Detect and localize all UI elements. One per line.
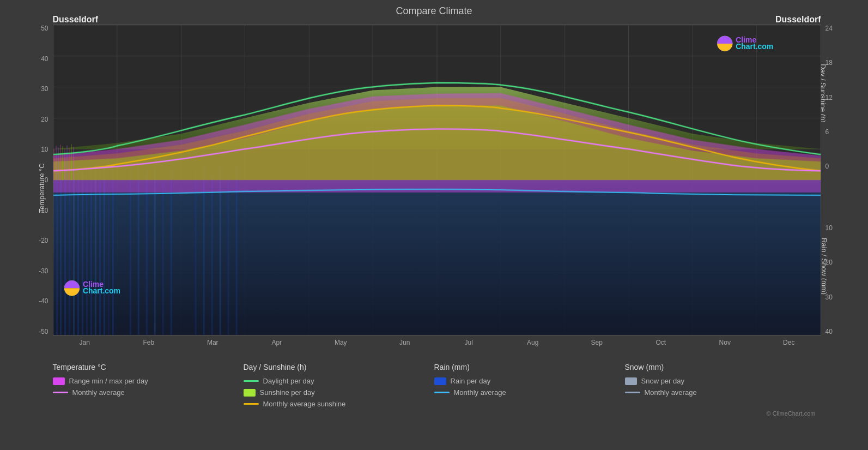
svg-rect-59 bbox=[66, 145, 67, 180]
temp-axis-title: Temperature °C bbox=[38, 163, 46, 213]
svg-rect-41 bbox=[162, 172, 163, 335]
svg-text:Chart.com: Chart.com bbox=[736, 42, 773, 51]
y-left-label: 30 bbox=[41, 85, 48, 93]
legend-item: Rain per day bbox=[434, 377, 625, 385]
legend-section-title: Rain (mm) bbox=[434, 363, 625, 371]
chart-area: Clime Chart.com Clime Chart.com bbox=[53, 25, 821, 335]
legend-item-label: Rain per day bbox=[451, 377, 491, 385]
svg-rect-39 bbox=[145, 171, 147, 335]
svg-rect-54 bbox=[55, 146, 56, 180]
legend-item: Monthly average bbox=[434, 388, 625, 397]
svg-rect-35 bbox=[107, 171, 109, 335]
legend-section-title: Snow (mm) bbox=[625, 363, 816, 371]
legend-item-label: Monthly average bbox=[454, 388, 506, 397]
x-month-label: Mar bbox=[181, 339, 245, 346]
legend-item-label: Monthly average sunshine bbox=[263, 400, 346, 408]
svg-rect-62 bbox=[72, 147, 74, 180]
legend-section: Snow (mm)Snow per dayMonthly average bbox=[625, 363, 816, 408]
legend-color-indicator bbox=[434, 377, 446, 385]
legend-color-indicator bbox=[244, 380, 259, 382]
y-left-label: 20 bbox=[41, 116, 48, 123]
location-left: Dusseldorf bbox=[53, 15, 99, 25]
legend-item-label: Monthly average bbox=[645, 388, 697, 397]
legend-section-title: Day / Sunshine (h) bbox=[244, 363, 434, 371]
y-left-label: 50 bbox=[41, 25, 48, 32]
y-left-label: -30 bbox=[39, 267, 48, 275]
svg-text:Chart.com: Chart.com bbox=[82, 286, 120, 295]
y-axis-left: 50403020100-10-20-30-40-50 bbox=[15, 25, 52, 335]
svg-rect-27 bbox=[72, 171, 74, 335]
x-month-label: Dec bbox=[757, 339, 821, 346]
legend-item: Monthly average sunshine bbox=[244, 400, 434, 408]
legend-color-indicator bbox=[434, 392, 450, 393]
legend-section: Day / Sunshine (h)Daylight per daySunshi… bbox=[244, 363, 434, 408]
svg-rect-29 bbox=[81, 172, 83, 335]
legend-item-label: Range min / max per day bbox=[69, 377, 148, 385]
legend-item: Range min / max per day bbox=[53, 377, 244, 385]
y-right-label: 24 bbox=[825, 25, 833, 32]
y-left-label: 10 bbox=[41, 146, 48, 153]
x-month-label: Sep bbox=[565, 339, 629, 346]
x-axis: JanFebMarAprMayJunJulAugSepOctNovDec bbox=[53, 335, 821, 357]
legend-color-indicator bbox=[625, 392, 640, 393]
rain-axis-title: Rain / Snow (mm) bbox=[820, 238, 828, 295]
svg-rect-55 bbox=[57, 147, 58, 180]
y-left-label: -50 bbox=[39, 328, 48, 335]
legend-color-indicator bbox=[53, 392, 68, 393]
page-container: Compare Climate Dusseldorf Dusseldorf 50… bbox=[0, 0, 868, 450]
legend-item: Sunshine per day bbox=[244, 388, 434, 397]
y-right-label: 10 bbox=[825, 224, 833, 232]
svg-rect-33 bbox=[99, 172, 100, 335]
legend-item: Snow per day bbox=[625, 377, 816, 385]
legend-item-label: Monthly average bbox=[72, 388, 125, 397]
location-right: Dusseldorf bbox=[775, 15, 821, 25]
legend-item-label: Daylight per day bbox=[263, 377, 314, 385]
legend-item-label: Sunshine per day bbox=[260, 388, 315, 397]
x-month-label: Jan bbox=[53, 339, 117, 346]
svg-rect-56 bbox=[59, 145, 60, 180]
legend-color-indicator bbox=[244, 403, 259, 405]
legend-item-label: Snow per day bbox=[641, 377, 685, 385]
legend-section-title: Temperature °C bbox=[53, 363, 244, 371]
x-month-label: Aug bbox=[501, 339, 565, 346]
y-right-label: 6 bbox=[825, 128, 829, 136]
y-left-label: 40 bbox=[41, 55, 48, 63]
x-month-label: Feb bbox=[117, 339, 181, 346]
legend-color-indicator bbox=[625, 377, 637, 385]
legend-section: Rain (mm)Rain per dayMonthly average bbox=[434, 363, 625, 408]
legend-color-indicator bbox=[53, 377, 65, 385]
svg-rect-57 bbox=[62, 146, 63, 180]
chart-svg: Clime Chart.com Clime Chart.com bbox=[53, 25, 821, 335]
legend-area: Temperature °CRange min / max per dayMon… bbox=[15, 357, 854, 413]
chart-wrapper: Dusseldorf Dusseldorf 50403020100-10-20-… bbox=[15, 19, 854, 357]
svg-rect-53 bbox=[53, 149, 54, 180]
legend-item: Daylight per day bbox=[244, 377, 434, 385]
y-right-label: 0 bbox=[825, 163, 829, 170]
x-month-label: Jul bbox=[437, 339, 501, 346]
chart-title: Compare Climate bbox=[396, 5, 472, 17]
x-month-label: May bbox=[309, 339, 373, 346]
y-right-label: 40 bbox=[825, 328, 833, 335]
svg-rect-43 bbox=[195, 169, 196, 335]
y-left-label: -20 bbox=[39, 237, 48, 244]
x-month-label: Jun bbox=[373, 339, 437, 346]
x-month-label: Apr bbox=[245, 339, 309, 346]
svg-rect-45 bbox=[211, 172, 213, 335]
legend-item: Monthly average bbox=[53, 388, 244, 397]
copyright: © ClimeChart.com bbox=[15, 410, 854, 417]
legend-item: Monthly average bbox=[625, 388, 816, 397]
x-month-label: Nov bbox=[693, 339, 757, 346]
x-month-label: Oct bbox=[629, 339, 693, 346]
y-left-label: -40 bbox=[39, 297, 48, 305]
svg-rect-23 bbox=[56, 172, 57, 335]
svg-rect-61 bbox=[70, 144, 71, 180]
svg-rect-22 bbox=[53, 180, 821, 335]
legend-color-indicator bbox=[244, 389, 256, 397]
svg-rect-42 bbox=[170, 167, 172, 335]
svg-rect-25 bbox=[64, 169, 65, 335]
legend-section: Temperature °CRange min / max per dayMon… bbox=[53, 363, 244, 408]
svg-rect-47 bbox=[227, 171, 229, 335]
